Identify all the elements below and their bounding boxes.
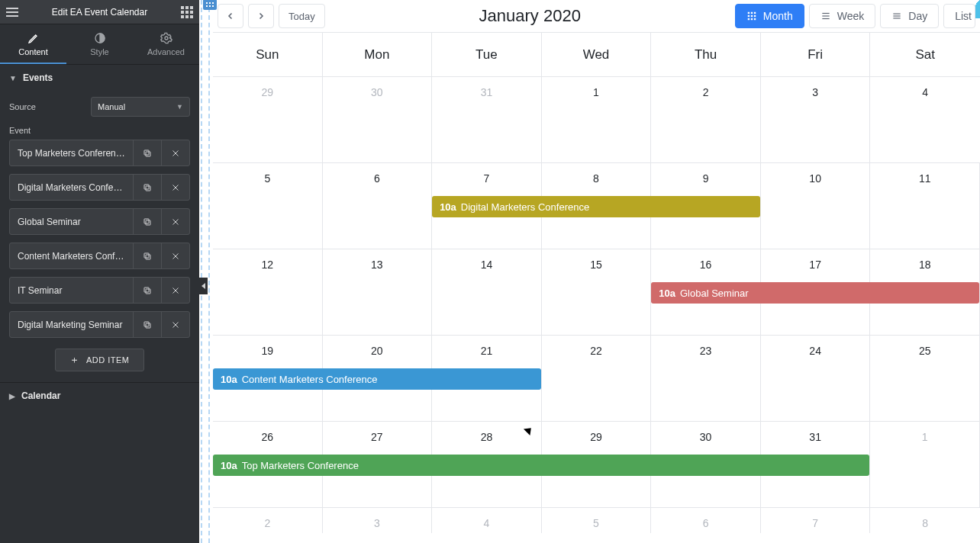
calendar-day[interactable]: 30 bbox=[323, 77, 433, 162]
caret-down-icon: ▼ bbox=[9, 74, 17, 82]
next-button[interactable] bbox=[248, 4, 274, 28]
event-name[interactable]: Digital Marketers Confere… bbox=[10, 182, 133, 193]
calendar-day[interactable]: 6 bbox=[651, 508, 761, 533]
calendar-day[interactable]: 2 bbox=[213, 508, 323, 533]
calendar-event[interactable]: 10aDigital Marketers Conference bbox=[432, 196, 760, 217]
event-name[interactable]: Digital Marketing Seminar bbox=[10, 320, 133, 330]
calendar-day[interactable]: 1 bbox=[542, 77, 652, 162]
view-list-button[interactable]: List bbox=[943, 4, 975, 28]
apps-icon[interactable] bbox=[181, 6, 193, 18]
view-week-button[interactable]: Week bbox=[809, 4, 876, 28]
hamburger-icon[interactable] bbox=[6, 8, 18, 17]
calendar-event[interactable]: 10aGlobal Seminar bbox=[651, 282, 979, 304]
day-of-week-row: SunMonTueWedThuFriSat bbox=[213, 33, 980, 76]
event-time: 10a bbox=[440, 201, 456, 213]
day-number: 24 bbox=[761, 345, 870, 357]
field-source: Source Manual ▼ bbox=[0, 91, 199, 121]
event-time: 10a bbox=[221, 460, 237, 471]
duplicate-button[interactable] bbox=[133, 174, 161, 201]
event-list: Top Marketers Conference Digital Markete… bbox=[0, 140, 199, 338]
prev-button[interactable] bbox=[218, 4, 243, 28]
calendar-day[interactable]: 29 bbox=[213, 77, 323, 162]
svg-rect-2 bbox=[146, 152, 150, 156]
remove-button[interactable] bbox=[161, 311, 189, 338]
day-number: 16 bbox=[651, 259, 760, 271]
calendar-day[interactable]: 23 bbox=[651, 336, 761, 421]
calendar-day[interactable]: 3 bbox=[761, 77, 871, 162]
event-name[interactable]: Top Marketers Conference bbox=[10, 148, 133, 159]
add-item-button[interactable]: ＋ ADD ITEM bbox=[55, 349, 143, 371]
day-number: 6 bbox=[323, 172, 432, 185]
tab-style[interactable]: Style bbox=[66, 24, 133, 64]
calendar-day[interactable]: 12 bbox=[213, 249, 323, 335]
calendar-day[interactable]: 14 bbox=[432, 249, 542, 335]
event-item: Top Marketers Conference bbox=[9, 140, 190, 166]
duplicate-button[interactable] bbox=[133, 311, 161, 338]
calendar-day[interactable]: 24 bbox=[761, 336, 871, 421]
dow-cell: Thu bbox=[651, 33, 761, 76]
event-item: IT Seminar bbox=[9, 277, 190, 304]
remove-button[interactable] bbox=[161, 243, 189, 269]
day-number: 31 bbox=[432, 86, 541, 98]
calendar-day[interactable]: 2 bbox=[651, 77, 761, 162]
calendar-day[interactable]: 5 bbox=[542, 508, 652, 533]
day-number: 8 bbox=[870, 517, 980, 529]
calendar-day[interactable]: 13 bbox=[323, 249, 433, 335]
svg-rect-32 bbox=[748, 18, 750, 20]
calendar-day[interactable]: 15 bbox=[542, 249, 652, 335]
calendar-day[interactable]: 4 bbox=[432, 508, 542, 533]
remove-button[interactable] bbox=[161, 277, 189, 304]
calendar-header: Today January 2020 Month Week Day bbox=[213, 0, 980, 32]
calendar-day[interactable]: 31 bbox=[432, 77, 542, 162]
calendar-event[interactable]: 10aTop Marketers Conference bbox=[213, 455, 869, 476]
event-time: 10a bbox=[221, 374, 237, 385]
section-toggle-events[interactable]: ▼ Events bbox=[0, 65, 199, 91]
calendar-day[interactable]: 4 bbox=[870, 77, 980, 162]
remove-button[interactable] bbox=[161, 140, 189, 166]
event-name[interactable]: IT Seminar bbox=[10, 285, 133, 296]
calendar-day[interactable]: 6 bbox=[323, 163, 433, 249]
event-name[interactable]: Global Seminar bbox=[10, 217, 133, 227]
duplicate-button[interactable] bbox=[133, 140, 161, 166]
duplicate-button[interactable] bbox=[133, 208, 161, 235]
remove-button[interactable] bbox=[161, 174, 189, 201]
calendar-day[interactable]: 22 bbox=[542, 336, 652, 421]
day-number: 1 bbox=[542, 86, 651, 98]
calendar-event[interactable]: 10aContent Marketers Conference bbox=[213, 368, 541, 390]
calendar-day[interactable]: 3 bbox=[323, 508, 433, 533]
calendar-day[interactable]: 10 bbox=[761, 163, 871, 249]
tab-advanced[interactable]: Advanced bbox=[133, 24, 199, 64]
calendar-day[interactable]: 8 bbox=[870, 508, 980, 533]
button-label: ADD ITEM bbox=[86, 355, 130, 365]
calendar-day[interactable]: 11 bbox=[870, 163, 980, 249]
day-number: 21 bbox=[432, 345, 541, 357]
calendar-week: 1213141516171810aGlobal Seminar bbox=[213, 249, 980, 335]
svg-rect-26 bbox=[748, 12, 750, 14]
event-item: Global Seminar bbox=[9, 208, 190, 235]
day-number: 7 bbox=[761, 517, 870, 529]
calendar-day[interactable]: 1 bbox=[870, 422, 980, 507]
calendar-day[interactable]: 5 bbox=[213, 163, 323, 249]
view-month-button[interactable]: Month bbox=[735, 4, 804, 28]
event-name[interactable]: Content Marketers Confe… bbox=[10, 251, 133, 262]
copy-icon bbox=[143, 217, 152, 227]
remove-button[interactable] bbox=[161, 208, 189, 235]
calendar-day[interactable]: 7 bbox=[761, 508, 871, 533]
panel-title: Edit EA Event Calendar bbox=[52, 7, 147, 18]
duplicate-button[interactable] bbox=[133, 277, 161, 304]
close-icon bbox=[171, 286, 180, 295]
calendar-day[interactable]: 25 bbox=[870, 336, 980, 421]
source-select[interactable]: Manual ▼ bbox=[91, 97, 190, 117]
event-time: 10a bbox=[659, 288, 675, 299]
calendar-view-buttons: Month Week Day List bbox=[735, 4, 975, 28]
section-toggle-calendar[interactable]: ▶ Calendar bbox=[0, 383, 199, 409]
section-title: Events bbox=[23, 72, 53, 83]
duplicate-button[interactable] bbox=[133, 243, 161, 269]
day-number: 4 bbox=[432, 517, 541, 529]
tab-content[interactable]: Content bbox=[0, 24, 66, 64]
view-day-button[interactable]: Day bbox=[880, 4, 939, 28]
collapse-sidebar-button[interactable] bbox=[198, 278, 208, 294]
button-label: List bbox=[955, 10, 972, 22]
svg-rect-6 bbox=[146, 186, 150, 191]
today-button[interactable]: Today bbox=[279, 4, 325, 28]
